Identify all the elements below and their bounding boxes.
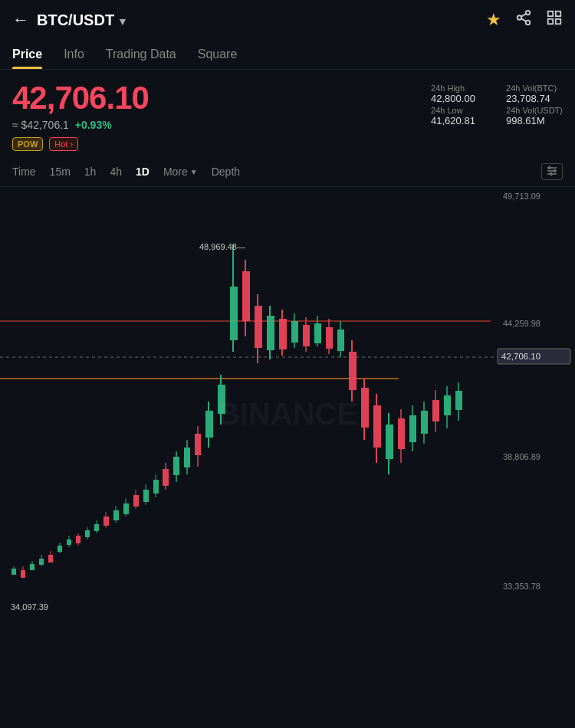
svg-text:BINANCE: BINANCE <box>218 397 357 431</box>
stat-high-label: 24h High <box>431 84 488 93</box>
price-usd-value: ≈ $42,706.1 +0.93% <box>12 119 423 131</box>
svg-rect-28 <box>48 555 53 562</box>
svg-rect-26 <box>39 559 44 565</box>
favorite-icon[interactable]: ★ <box>486 10 501 30</box>
svg-rect-64 <box>230 287 238 340</box>
more-dropdown-arrow: ▼ <box>190 168 198 176</box>
svg-rect-32 <box>67 539 71 545</box>
svg-text:48,969.48—: 48,969.48— <box>199 242 245 251</box>
svg-line-4 <box>521 14 526 17</box>
stat-low-label: 24h Low <box>431 106 488 115</box>
svg-rect-102 <box>455 391 462 410</box>
stat-vol-usdt-label: 24h Vol(USDT) <box>506 106 563 115</box>
svg-rect-94 <box>409 415 416 442</box>
svg-rect-5 <box>548 11 553 16</box>
pair-dropdown-arrow[interactable]: ▼ <box>117 15 128 28</box>
toolbar-more[interactable]: More ▼ <box>163 166 198 178</box>
tag-pow[interactable]: POW <box>12 137 43 151</box>
tab-bar: Price Info Trading Data Square <box>0 40 575 70</box>
svg-rect-7 <box>548 19 553 24</box>
svg-rect-30 <box>58 546 62 552</box>
svg-rect-60 <box>205 411 213 438</box>
svg-rect-54 <box>173 457 179 475</box>
back-button[interactable]: ← <box>12 10 29 30</box>
price-tags: POW Hot › <box>12 137 423 151</box>
tab-square[interactable]: Square <box>198 40 238 69</box>
stat-vol-btc-value: 23,708.74 <box>506 93 563 104</box>
toolbar-time[interactable]: Time <box>12 166 36 178</box>
svg-rect-76 <box>303 325 310 346</box>
svg-text:33,353.78: 33,353.78 <box>503 582 540 591</box>
svg-rect-52 <box>163 469 169 486</box>
price-main-value: 42,706.10 <box>12 80 423 116</box>
svg-rect-70 <box>267 316 274 350</box>
toolbar-1d[interactable]: 1D <box>136 166 150 178</box>
price-change: +0.93% <box>75 119 112 131</box>
svg-rect-82 <box>337 330 344 351</box>
svg-rect-44 <box>123 503 129 514</box>
svg-rect-42 <box>113 510 119 520</box>
svg-rect-72 <box>279 319 287 349</box>
price-stats: 24h High 42,800.00 24h Vol(BTC) 23,708.7… <box>431 84 563 126</box>
grid-icon[interactable] <box>546 9 563 31</box>
svg-rect-100 <box>444 395 451 415</box>
svg-rect-86 <box>361 388 369 428</box>
svg-point-2 <box>526 21 531 25</box>
toolbar-15m[interactable]: 15m <box>50 166 71 178</box>
toolbar-4h[interactable]: 4h <box>110 166 122 178</box>
svg-rect-80 <box>326 327 333 349</box>
svg-text:49,713.09: 49,713.09 <box>503 192 540 201</box>
tag-hot[interactable]: Hot › <box>49 137 78 151</box>
chart-toolbar: Time 15m 1h 4h 1D More ▼ Depth <box>0 157 575 187</box>
toolbar-1h[interactable]: 1h <box>84 166 97 178</box>
svg-rect-92 <box>398 418 405 449</box>
toolbar-depth[interactable]: Depth <box>212 166 240 178</box>
svg-line-3 <box>521 18 526 21</box>
svg-text:34,097.39: 34,097.39 <box>11 602 48 612</box>
stat-high: 24h High 42,800.00 <box>431 84 488 104</box>
svg-rect-46 <box>133 495 139 507</box>
share-icon[interactable] <box>515 9 532 31</box>
price-section: 42,706.10 ≈ $42,706.1 +0.93% POW Hot › 2… <box>0 70 575 157</box>
svg-point-0 <box>526 11 531 15</box>
pair-title[interactable]: BTC/USDT▼ <box>37 11 478 29</box>
stat-vol-usdt: 24h Vol(USDT) 998.61M <box>506 106 563 126</box>
header: ← BTC/USDT▼ ★ <box>0 0 575 40</box>
tab-info[interactable]: Info <box>64 40 84 69</box>
svg-text:42,706.10: 42,706.10 <box>501 352 540 361</box>
chart-area[interactable]: 49,713.09 44,259.98 38,806.89 33,353.78 … <box>0 187 575 639</box>
svg-rect-74 <box>291 321 298 343</box>
svg-rect-48 <box>143 490 149 502</box>
svg-text:38,806.89: 38,806.89 <box>503 452 540 461</box>
svg-point-1 <box>518 15 522 20</box>
svg-rect-96 <box>421 411 428 434</box>
svg-rect-56 <box>184 448 190 467</box>
svg-rect-6 <box>556 11 560 16</box>
svg-rect-24 <box>30 564 34 570</box>
svg-rect-68 <box>255 306 262 348</box>
stat-vol-btc-label: 24h Vol(BTC) <box>506 84 563 93</box>
svg-rect-88 <box>373 405 381 448</box>
svg-rect-98 <box>432 400 439 421</box>
svg-rect-78 <box>314 323 321 343</box>
stat-low-value: 41,620.81 <box>431 115 488 126</box>
svg-rect-22 <box>21 570 25 578</box>
tab-trading-data[interactable]: Trading Data <box>106 40 176 69</box>
svg-rect-84 <box>349 352 356 390</box>
tab-price[interactable]: Price <box>12 40 42 69</box>
chart-settings-button[interactable] <box>541 163 563 180</box>
svg-rect-34 <box>76 536 80 543</box>
stat-vol-usdt-value: 998.61M <box>506 115 563 126</box>
svg-rect-58 <box>195 434 201 455</box>
svg-rect-36 <box>85 530 90 537</box>
stat-low: 24h Low 41,620.81 <box>431 106 488 126</box>
tag-hot-arrow: › <box>70 139 73 149</box>
svg-point-13 <box>554 169 556 172</box>
header-icons: ★ <box>486 9 563 31</box>
svg-rect-40 <box>104 516 109 526</box>
price-left: 42,706.10 ≈ $42,706.1 +0.93% POW Hot › <box>12 80 423 151</box>
svg-point-12 <box>548 166 550 169</box>
svg-point-14 <box>550 172 552 175</box>
svg-rect-38 <box>94 524 99 531</box>
svg-rect-50 <box>153 480 159 494</box>
